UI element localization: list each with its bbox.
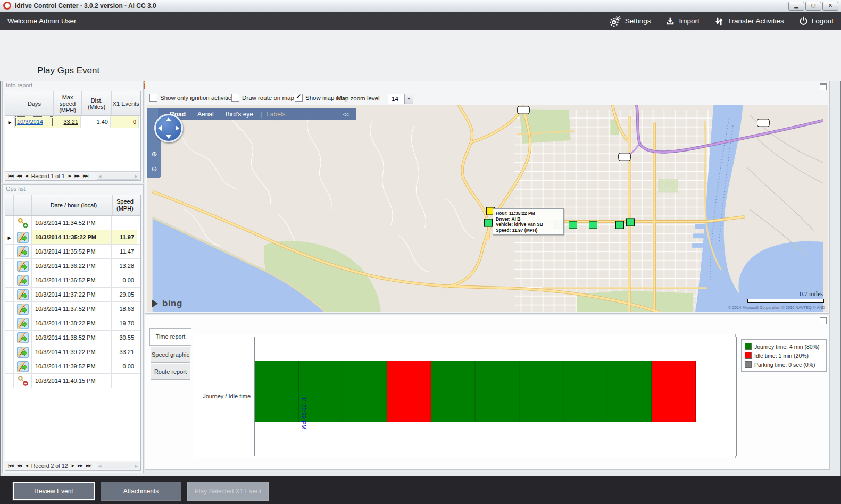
column-header[interactable]: Date / hour (local) [32, 195, 113, 215]
gps-point-icon [17, 347, 29, 358]
prev-page-button[interactable]: ◀◀ [17, 174, 22, 178]
info-table-header: Days Max speed (MPH) Dist. (Miles) X1 Ev… [5, 91, 140, 116]
gps-datetime: 10/3/2014 11:36:52 PM [32, 273, 112, 287]
maximize-panel-icon[interactable] [820, 317, 827, 324]
gps-marker[interactable] [569, 221, 577, 229]
legend-item: Parking time: 0 sec (0%) [745, 360, 823, 369]
first-record-button[interactable]: |◀◀ [8, 174, 13, 178]
last-record-button[interactable]: ▶▶| [83, 174, 88, 178]
tooltip-vehicle: Vehicle: idrive Van SB [496, 222, 561, 228]
tab-time-report[interactable]: Time report [149, 328, 191, 346]
gps-datetime: 10/3/2014 11:37:52 PM [32, 302, 112, 316]
map-style-aerial[interactable]: Aerial [197, 111, 214, 118]
gps-marker[interactable] [589, 221, 597, 229]
next-page-button[interactable]: ▶▶ [78, 464, 82, 468]
legend-swatch [745, 361, 752, 368]
logout-button[interactable]: Logout [799, 16, 834, 26]
gps-point-icon [17, 232, 29, 243]
column-header[interactable]: Speed (MPH) [113, 195, 140, 215]
timeline-segment [607, 361, 652, 422]
maximize-button[interactable]: ▢ [805, 2, 821, 11]
gps-row-icon [14, 331, 32, 345]
gps-list-row[interactable]: ▶ 10/3/2014 11:39:52 PM 0.00 [5, 359, 140, 374]
last-record-button[interactable]: ▶▶| [86, 464, 91, 468]
chevron-down-icon[interactable]: ▼ [404, 94, 413, 104]
first-record-button[interactable]: |◀◀ [8, 464, 13, 468]
tab-speed-graphic[interactable]: Speed graphic [151, 347, 190, 363]
map-viewport[interactable]: Hour: 11:35:22 PM Driver: Al B Vehicle: … [147, 105, 828, 312]
gps-datetime: 10/3/2014 11:35:52 PM [32, 245, 112, 258]
pan-down-icon[interactable] [166, 135, 171, 139]
tab-route-report[interactable]: Route report [151, 364, 190, 380]
gps-marker[interactable] [615, 221, 624, 229]
attachments-button[interactable]: Attachments [101, 482, 181, 501]
review-event-button[interactable]: Review Event [12, 482, 95, 501]
legend-swatch [745, 352, 752, 359]
next-record-button[interactable]: ▶ [72, 464, 74, 468]
column-header[interactable]: Days [15, 91, 54, 115]
bing-logo: bing [152, 298, 182, 309]
gps-list-row[interactable]: ▶ 10/3/2014 11:35:22 PM 11.97 [5, 230, 140, 245]
info-report-table: Days Max speed (MPH) Dist. (Miles) X1 Ev… [5, 91, 141, 181]
column-header[interactable]: Dist. (Miles) [82, 91, 112, 115]
pan-right-icon[interactable] [176, 125, 179, 131]
map-panel: Show only ignition activities Draw route… [145, 81, 830, 314]
gps-list-row[interactable]: ▶ 10/3/2014 11:36:22 PM 13.28 [5, 259, 140, 273]
timeline-segment [343, 361, 387, 422]
gps-row-icon [14, 302, 32, 316]
gps-list-row[interactable]: ▶ 10/3/2014 11:40:15 PM [5, 374, 140, 388]
prev-page-button[interactable]: ◀◀ [17, 464, 22, 468]
horizontal-scrollbar[interactable]: ◀▶ [97, 173, 139, 180]
next-page-button[interactable]: ▶▶ [74, 174, 79, 178]
gps-list-row[interactable]: ▶ 10/3/2014 11:39:22 PM 33.21 [5, 345, 140, 359]
zoom-in-icon[interactable]: ⊕ [149, 149, 159, 159]
gps-table-header: Date / hour (local) Speed (MPH) [5, 195, 140, 216]
map-style-labels[interactable]: Labels [267, 111, 285, 118]
prev-record-button[interactable]: ◀ [25, 464, 27, 468]
checkbox-draw-route[interactable]: Draw route on map [231, 94, 294, 102]
settings-button[interactable]: Settings [610, 16, 651, 27]
date-link[interactable]: 10/3/2014 [17, 119, 43, 125]
gps-speed: 29.05 [112, 288, 137, 301]
map-pan-control[interactable] [154, 114, 183, 142]
play-selected-x1-event-button[interactable]: Play Selected X1 Event [187, 482, 269, 501]
current-time-line [299, 337, 299, 456]
gps-point-icon [17, 304, 29, 315]
gps-list-row[interactable]: ▶ 10/3/2014 11:38:52 PM 30.55 [5, 331, 140, 345]
map-scale-label: 0.7 miles [800, 290, 823, 298]
pan-up-icon[interactable] [166, 117, 171, 121]
close-button[interactable]: X [822, 2, 838, 11]
transfer-activities-button[interactable]: Transfer Activities [714, 16, 784, 26]
record-counter: Record 2 of 12 [31, 463, 68, 469]
pan-left-icon[interactable] [158, 125, 162, 131]
column-header[interactable]: Max speed (MPH) [54, 91, 82, 115]
gps-list-row[interactable]: ▶ 10/3/2014 11:37:52 PM 18.63 [5, 302, 140, 316]
chart-plot-area: 11:35:22 PM [254, 337, 737, 456]
max-speed-value: 33.21 [53, 116, 81, 128]
gps-list-row[interactable]: ▶ 10/3/2014 11:34:52 PM [5, 216, 140, 230]
horizontal-scrollbar[interactable]: ◀▶ [97, 463, 139, 469]
gps-row-icon [14, 259, 32, 273]
gps-point-icon [17, 261, 29, 272]
next-record-button[interactable]: ▶ [69, 174, 71, 178]
gps-marker[interactable] [484, 219, 493, 227]
gps-list-row[interactable]: ▶ 10/3/2014 11:36:52 PM 0.00 [5, 273, 140, 288]
zoom-out-icon[interactable]: ⊖ [149, 164, 159, 174]
gps-marker[interactable] [626, 219, 635, 226]
map-style-birds-eye[interactable]: Bird's eye [226, 111, 253, 118]
collapse-style-bar-button[interactable]: << [343, 111, 348, 117]
prev-record-button[interactable]: ◀ [25, 174, 27, 178]
maximize-panel-icon[interactable] [820, 83, 827, 90]
gps-speed: 19.70 [112, 316, 137, 330]
minimize-button[interactable]: ▁ [788, 2, 804, 11]
checkbox-show-ignition[interactable]: Show only ignition activities [149, 94, 235, 102]
highway-shield [757, 119, 770, 127]
info-table-row[interactable]: ▶ 10/3/2014 33.21 1.40 0 [5, 116, 140, 128]
gps-list-row[interactable]: ▶ 10/3/2014 11:38:22 PM 19.70 [5, 316, 140, 331]
map-zoom-level-select[interactable]: 14 ▼ [388, 94, 413, 104]
map-zoom-level-label: Map zoom level [337, 95, 380, 102]
gps-list-row[interactable]: ▶ 10/3/2014 11:37:22 PM 29.05 [5, 288, 140, 302]
column-header[interactable]: X1 Events [112, 91, 140, 115]
import-button[interactable]: Import [665, 16, 699, 26]
gps-list-row[interactable]: ▶ 10/3/2014 11:35:52 PM 11.47 [5, 245, 140, 259]
